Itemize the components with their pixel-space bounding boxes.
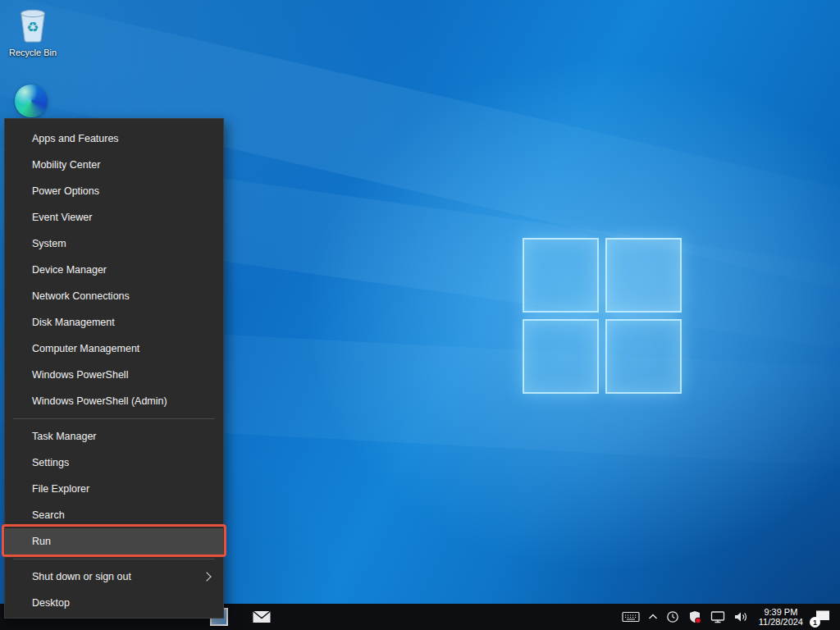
menu-item-label: Event Viewer <box>32 212 92 223</box>
menu-item-windows-powershell-admin[interactable]: Windows PowerShell (Admin) <box>5 388 223 414</box>
volume-icon[interactable] <box>733 610 748 623</box>
menu-item-disk-management[interactable]: Disk Management <box>5 309 223 336</box>
clock-date: 11/28/2024 <box>759 617 803 627</box>
menu-item-event-viewer[interactable]: Event Viewer <box>5 204 223 231</box>
menu-item-label: Apps and Features <box>32 133 119 144</box>
menu-item-label: Windows PowerShell <box>32 369 128 381</box>
menu-item-label: Power Options <box>32 185 99 197</box>
menu-item-mobility-center[interactable]: Mobility Center <box>5 152 223 178</box>
recycle-bin-icon[interactable]: ♻ Recycle Bin <box>3 7 62 57</box>
svg-text:♻: ♻ <box>26 19 39 35</box>
menu-item-label: Windows PowerShell (Admin) <box>32 395 167 407</box>
menu-item-file-explorer[interactable]: File Explorer <box>5 476 223 502</box>
windows-logo-pane <box>605 238 682 313</box>
menu-item-label: Shut down or sign out <box>32 571 131 582</box>
menu-item-computer-management[interactable]: Computer Management <box>5 336 223 362</box>
menu-item-task-manager[interactable]: Task Manager <box>5 423 223 450</box>
menu-item-desktop[interactable]: Desktop <box>5 590 223 616</box>
menu-item-run[interactable]: Run <box>5 528 223 555</box>
windows-logo <box>523 238 682 394</box>
taskbar-clock[interactable]: 9:39 PM 11/28/2024 <box>756 607 806 627</box>
recycle-bin-glyph: ♻ <box>16 7 49 43</box>
windows-logo-pane <box>523 238 599 313</box>
menu-item-network-connections[interactable]: Network Connections <box>5 283 223 309</box>
clock-time: 9:39 PM <box>759 607 803 617</box>
mail-envelope-icon <box>252 609 272 625</box>
show-hidden-icons-chevron[interactable] <box>648 614 658 620</box>
menu-item-label: Desktop <box>32 597 70 609</box>
menu-item-label: Mobility Center <box>32 159 100 171</box>
menu-item-label: Task Manager <box>32 431 97 442</box>
menu-item-label: File Explorer <box>32 483 89 495</box>
action-center-icon[interactable]: 1 <box>814 609 832 625</box>
menu-item-search[interactable]: Search <box>5 502 223 528</box>
clock-tray-icon[interactable] <box>666 610 679 623</box>
notification-badge: 1 <box>810 617 820 628</box>
menu-item-label: Disk Management <box>32 317 115 328</box>
menu-item-label: Run <box>32 536 51 547</box>
ethernet-network-icon[interactable] <box>710 610 725 623</box>
taskbar-mail-icon[interactable] <box>251 606 272 628</box>
menu-item-label: Computer Management <box>32 343 139 354</box>
windows-logo-pane <box>605 319 682 394</box>
menu-item-device-manager[interactable]: Device Manager <box>5 257 223 283</box>
recycle-bin-label: Recycle Bin <box>3 48 62 57</box>
menu-item-label: System <box>32 238 66 249</box>
submenu-chevron-icon <box>202 572 211 581</box>
security-alert-icon[interactable] <box>687 610 702 624</box>
menu-item-power-options[interactable]: Power Options <box>5 178 223 204</box>
menu-item-system[interactable]: System <box>5 231 223 257</box>
menu-item-label: Search <box>32 509 65 521</box>
menu-separator <box>13 418 215 419</box>
menu-item-windows-powershell[interactable]: Windows PowerShell <box>5 362 223 388</box>
microsoft-edge-icon[interactable] <box>15 84 48 117</box>
menu-item-shut-down-or-sign-out[interactable]: Shut down or sign out <box>5 564 223 590</box>
menu-item-label: Settings <box>32 457 69 468</box>
winx-menu: Apps and Features Mobility Center Power … <box>4 118 224 619</box>
menu-item-label: Network Connections <box>32 290 130 302</box>
touch-keyboard-icon[interactable] <box>622 610 640 623</box>
menu-item-label: Device Manager <box>32 264 107 276</box>
menu-separator <box>13 559 215 559</box>
menu-item-settings[interactable]: Settings <box>5 450 223 476</box>
system-tray: 9:39 PM 11/28/2024 1 <box>622 604 840 630</box>
windows-logo-pane <box>523 319 599 394</box>
menu-item-apps-and-features[interactable]: Apps and Features <box>5 126 223 152</box>
